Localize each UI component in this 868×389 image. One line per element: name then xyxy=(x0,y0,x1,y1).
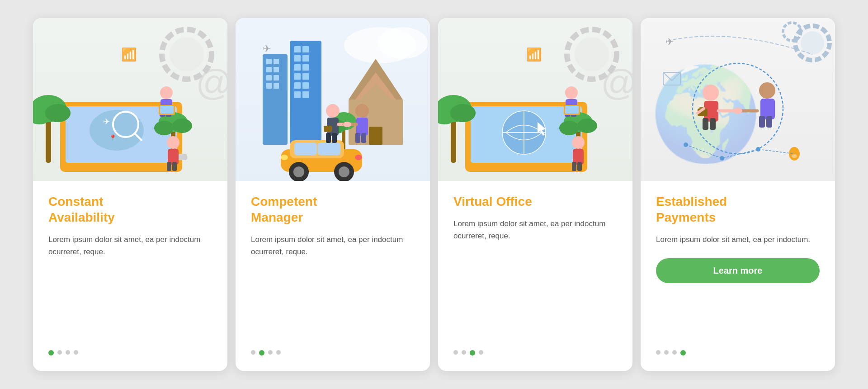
dot-2-4[interactable] xyxy=(276,350,281,355)
svg-rect-50 xyxy=(302,73,309,80)
svg-text:📶: 📶 xyxy=(121,47,137,62)
dot-1-2[interactable] xyxy=(57,350,62,355)
svg-rect-28 xyxy=(172,162,177,171)
svg-rect-36 xyxy=(266,67,272,72)
svg-rect-126 xyxy=(703,118,708,130)
svg-point-103 xyxy=(577,119,597,133)
svg-point-17 xyxy=(154,121,174,135)
svg-point-131 xyxy=(759,82,775,99)
svg-point-104 xyxy=(565,86,578,99)
svg-point-18 xyxy=(172,119,192,133)
svg-rect-48 xyxy=(302,64,309,71)
cards-container: @ 📶 ✈ 📍 xyxy=(19,5,849,384)
illustration-availability: @ 📶 ✈ 📍 xyxy=(33,18,227,181)
dot-2-3[interactable] xyxy=(268,350,273,355)
svg-rect-54 xyxy=(302,91,309,98)
dots-row-1 xyxy=(48,350,78,360)
dot-3-2[interactable] xyxy=(462,350,466,355)
svg-point-84 xyxy=(343,122,351,127)
svg-rect-45 xyxy=(294,55,301,62)
dot-3-3[interactable] xyxy=(470,350,475,356)
dots-row-4 xyxy=(656,350,686,360)
svg-point-67 xyxy=(339,166,349,177)
svg-text:@: @ xyxy=(196,62,227,103)
svg-point-65 xyxy=(293,166,304,177)
svg-point-25 xyxy=(167,136,179,149)
svg-rect-38 xyxy=(266,75,272,81)
card-description-2: Lorem ipsum dolor sit amet, ea per indoc… xyxy=(251,233,415,258)
svg-point-73 xyxy=(326,104,340,118)
svg-rect-49 xyxy=(294,73,301,80)
svg-point-124 xyxy=(703,85,719,101)
card-description-4: Lorem ipsum dolor sit amet, ea per indoc… xyxy=(656,233,810,246)
card-title-3: Virtual Office xyxy=(453,194,532,209)
svg-rect-47 xyxy=(294,64,301,71)
svg-point-110 xyxy=(572,136,585,149)
card-title-1: Constant Availability xyxy=(48,194,115,225)
learn-more-button[interactable]: Learn more xyxy=(656,258,820,283)
svg-rect-24 xyxy=(160,106,174,114)
dot-2-2[interactable] xyxy=(259,350,264,356)
svg-point-139 xyxy=(720,156,724,161)
svg-point-71 xyxy=(281,155,288,160)
svg-rect-51 xyxy=(294,82,301,89)
svg-point-123 xyxy=(792,154,797,158)
svg-point-137 xyxy=(733,108,742,114)
dots-row-2 xyxy=(251,350,281,360)
svg-rect-113 xyxy=(577,162,582,171)
svg-rect-134 xyxy=(766,116,772,128)
illustration-office: @ 📶 xyxy=(438,18,632,181)
svg-rect-112 xyxy=(572,162,576,171)
svg-rect-81 xyxy=(355,133,360,143)
svg-rect-39 xyxy=(274,75,279,81)
svg-point-31 xyxy=(378,27,428,59)
dot-4-1[interactable] xyxy=(656,350,660,355)
dot-4-4[interactable] xyxy=(680,350,686,356)
svg-rect-41 xyxy=(274,83,279,89)
card-competent-manager: ✈ xyxy=(236,18,430,371)
dot-1-4[interactable] xyxy=(74,350,78,355)
card-title-2: Competent Manager xyxy=(251,194,317,225)
card-constant-availability: @ 📶 ✈ 📍 xyxy=(33,18,227,371)
svg-rect-76 xyxy=(332,133,337,143)
illustration-payments: 🌍 ✈ xyxy=(641,18,835,181)
svg-text:✈: ✈ xyxy=(263,43,271,54)
svg-text:📍: 📍 xyxy=(109,134,117,142)
svg-rect-109 xyxy=(565,106,579,114)
svg-rect-44 xyxy=(302,46,309,52)
dot-4-3[interactable] xyxy=(672,350,677,355)
svg-rect-127 xyxy=(710,118,716,130)
svg-rect-59 xyxy=(369,127,382,145)
svg-text:📶: 📶 xyxy=(526,47,542,62)
dot-1-1[interactable] xyxy=(48,350,54,356)
svg-point-14 xyxy=(45,104,71,122)
svg-rect-43 xyxy=(294,46,301,52)
card-description-3: Lorem ipsum dolor sit amet, ea per indoc… xyxy=(453,218,617,242)
dot-1-3[interactable] xyxy=(66,350,70,355)
svg-point-102 xyxy=(559,121,579,135)
svg-rect-37 xyxy=(274,67,279,72)
svg-point-72 xyxy=(355,155,362,160)
dot-2-1[interactable] xyxy=(251,350,255,355)
card-description-1: Lorem ipsum dolor sit amet, ea per indoc… xyxy=(48,233,212,258)
dot-4-2[interactable] xyxy=(664,350,669,355)
svg-point-99 xyxy=(450,104,476,122)
svg-rect-34 xyxy=(266,59,272,64)
svg-rect-35 xyxy=(274,59,279,64)
dot-3-4[interactable] xyxy=(479,350,483,355)
svg-rect-70 xyxy=(318,142,340,155)
card-content-3: Virtual Office Lorem ipsum dolor sit ame… xyxy=(438,181,632,371)
svg-text:@: @ xyxy=(601,62,632,103)
dot-3-1[interactable] xyxy=(453,350,458,355)
card-content-2: Competent Manager Lorem ipsum dolor sit … xyxy=(236,181,430,371)
svg-rect-46 xyxy=(302,55,309,62)
svg-text:✈: ✈ xyxy=(103,117,110,126)
svg-rect-29 xyxy=(179,154,187,160)
card-content-1: Constant Availability Lorem ipsum dolor … xyxy=(33,181,227,371)
card-established-payments: 🌍 ✈ xyxy=(641,18,835,371)
svg-rect-27 xyxy=(167,162,171,171)
card-virtual-office: @ 📶 xyxy=(438,18,632,371)
card-content-4: Established Payments Lorem ipsum dolor s… xyxy=(641,181,835,371)
svg-point-19 xyxy=(160,86,173,99)
svg-point-79 xyxy=(355,104,369,118)
